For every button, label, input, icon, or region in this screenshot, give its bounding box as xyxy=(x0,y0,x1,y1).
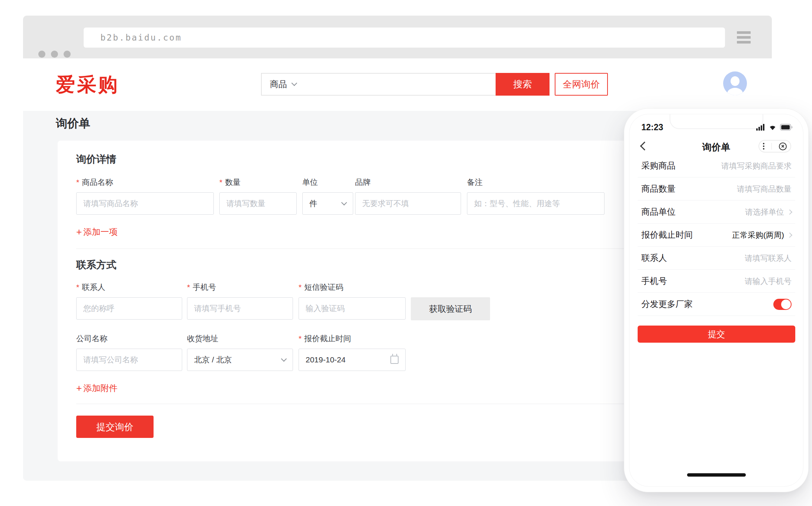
window-control-dot[interactable] xyxy=(38,51,45,58)
list-item-product[interactable]: 采购商品 请填写采购商品要求 xyxy=(638,154,795,177)
deadline-label: 报价截止时间 xyxy=(299,334,406,343)
calendar-icon xyxy=(390,356,399,364)
global-inquiry-button[interactable]: 全网询价 xyxy=(555,73,608,96)
submit-inquiry-button[interactable]: 提交询价 xyxy=(76,416,154,438)
miniprogram-capsule xyxy=(758,140,791,153)
note-input[interactable] xyxy=(467,192,605,215)
sms-code-label: 短信验证码 xyxy=(299,282,406,292)
quantity-input[interactable] xyxy=(219,192,297,215)
add-item-link[interactable]: + 添加一项 xyxy=(76,226,117,238)
plus-icon: + xyxy=(76,226,82,238)
site-header: 爱采购 商品 搜索 全网询价 xyxy=(23,58,772,111)
list-item-unit[interactable]: 商品单位 请选择单位 xyxy=(638,201,795,224)
more-options-icon[interactable] xyxy=(763,145,764,147)
mobile-label: 手机号 xyxy=(187,282,293,292)
browser-chrome: b2b.baidu.com xyxy=(23,16,772,58)
phone-notch xyxy=(670,114,763,129)
unit-label: 单位 xyxy=(302,177,353,187)
window-control-dot[interactable] xyxy=(64,51,71,58)
user-avatar[interactable] xyxy=(723,71,747,95)
close-icon[interactable] xyxy=(779,142,787,150)
chevron-down-icon xyxy=(341,199,347,205)
chevron-down-icon xyxy=(291,80,297,86)
phone-screen: 12:23 询价单 xyxy=(629,114,803,487)
sms-code-input[interactable] xyxy=(299,297,406,320)
product-name-input[interactable] xyxy=(76,192,214,215)
contact-input[interactable] xyxy=(76,297,182,320)
search-input[interactable]: 商品 xyxy=(261,73,496,96)
add-attachment-link[interactable]: + 添加附件 xyxy=(76,382,117,394)
distribute-toggle[interactable] xyxy=(773,299,792,310)
note-label: 备注 xyxy=(467,177,605,187)
company-label: 公司名称 xyxy=(76,334,182,343)
unit-select[interactable]: 件 xyxy=(302,192,353,215)
home-indicator[interactable] xyxy=(687,473,746,477)
battery-icon xyxy=(780,124,793,131)
get-code-button[interactable]: 获取验证码 xyxy=(411,297,490,320)
phone-submit-button[interactable]: 提交 xyxy=(638,326,795,343)
contact-label: 联系人 xyxy=(76,282,182,292)
address-label: 收货地址 xyxy=(187,334,293,343)
avatar-person-icon xyxy=(731,76,740,86)
plus-icon: + xyxy=(76,382,82,394)
site-logo[interactable]: 爱采购 xyxy=(56,74,119,95)
window-control-dot[interactable] xyxy=(51,51,58,58)
address-select[interactable]: 北京 / 北京 xyxy=(187,349,293,371)
section-title-details: 询价详情 xyxy=(76,153,116,166)
status-icons xyxy=(756,124,793,131)
mobile-input[interactable] xyxy=(187,297,293,320)
quantity-label: 数量 xyxy=(219,177,297,187)
address-bar[interactable]: b2b.baidu.com xyxy=(84,28,725,48)
list-item-contact[interactable]: 联系人 请填写联系人 xyxy=(638,247,795,270)
section-title-contact: 联系方式 xyxy=(76,258,116,272)
screenshot-stage: b2b.baidu.com 爱采购 商品 搜索 全网询价 xyxy=(0,0,812,506)
chevron-right-icon xyxy=(787,209,792,214)
browser-menu-icon[interactable] xyxy=(737,31,751,44)
brand-label: 品牌 xyxy=(355,177,461,187)
cellular-signal-icon xyxy=(756,124,765,131)
phone-form-list: 采购商品 请填写采购商品要求 商品数量 请填写商品数量 商品单位 请选择单位 报… xyxy=(638,154,795,316)
page-title: 询价单 xyxy=(56,116,90,131)
capsule-divider xyxy=(771,143,772,150)
brand-input[interactable] xyxy=(355,192,461,215)
list-item-distribute: 分发更多厂家 xyxy=(638,293,795,316)
list-item-deadline[interactable]: 报价截止时间 正常采购(两周) xyxy=(638,224,795,247)
company-input[interactable] xyxy=(76,349,182,371)
status-time: 12:23 xyxy=(641,122,663,132)
search-bar: 商品 搜索 全网询价 xyxy=(261,73,608,96)
product-name-label: 商品名称 xyxy=(76,177,214,187)
list-item-quantity[interactable]: 商品数量 请填写商品数量 xyxy=(638,177,795,201)
chevron-right-icon xyxy=(787,232,792,237)
wifi-icon xyxy=(768,124,777,131)
deadline-date-input[interactable]: 2019-10-24 xyxy=(299,349,406,371)
search-button[interactable]: 搜索 xyxy=(496,73,550,96)
chevron-down-icon xyxy=(281,356,287,362)
list-item-mobile[interactable]: 手机号 请输入手机号 xyxy=(638,270,795,293)
search-category-select[interactable]: 商品 xyxy=(270,79,287,90)
url-text: b2b.baidu.com xyxy=(84,33,182,42)
phone-mockup: 12:23 询价单 xyxy=(624,109,808,492)
